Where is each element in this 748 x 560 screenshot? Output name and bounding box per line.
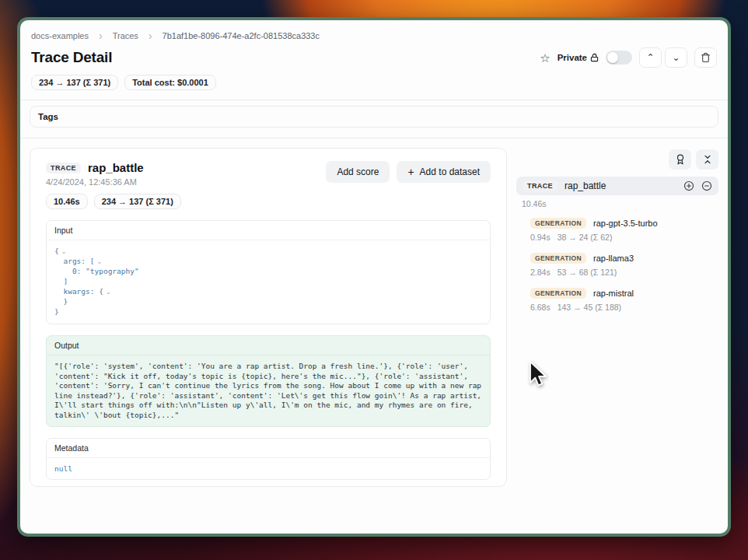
trace-name: rap_battle — [88, 161, 144, 174]
public-toggle[interactable] — [606, 51, 632, 65]
input-section: Input {⌄ args: [⌄ 0: "typography" ] kwar… — [46, 220, 491, 324]
input-section-label: Input — [47, 221, 490, 240]
tags-section[interactable]: Tags — [30, 106, 718, 128]
json-line: } — [54, 297, 482, 307]
tree-row-generation[interactable]: GENERATION rap-mistral 6.68s 143 → 45 (Σ… — [530, 288, 718, 312]
json-line: 0: "typography" — [54, 267, 482, 277]
metadata-section: Metadata null — [46, 438, 491, 480]
generation-tokens: 38 → 24 (Σ 62) — [558, 233, 613, 242]
generation-name: rap-llama3 — [593, 254, 634, 263]
json-text: } — [54, 297, 68, 306]
json-line: ] — [54, 277, 482, 287]
tree-row-trace[interactable]: TRACE rap_battle — [516, 177, 718, 195]
visibility-label: Private — [558, 53, 587, 62]
next-trace-button[interactable]: ⌄ — [665, 47, 687, 68]
generation-type-badge: GENERATION — [530, 218, 586, 229]
view-scores-button[interactable] — [669, 149, 691, 170]
breadcrumb-project[interactable]: docs-examples — [31, 31, 89, 40]
generation-type-badge: GENERATION — [530, 288, 586, 299]
generation-name: rap-gpt-3.5-turbo — [593, 219, 658, 228]
json-line: {⌄ — [54, 247, 482, 257]
output-section-label: Output — [47, 336, 490, 355]
mouse-cursor — [527, 360, 549, 393]
tree-trace-type-badge: TRACE — [523, 180, 558, 191]
tree-row-generation[interactable]: GENERATION rap-llama3 2.84s 53 → 68 (Σ 1… — [530, 253, 718, 277]
breadcrumb-traces[interactable]: Traces — [113, 31, 138, 40]
tags-divider — [20, 138, 728, 138]
generation-latency: 0.94s — [530, 233, 551, 242]
add-to-dataset-label: Add to dataset — [420, 166, 480, 177]
award-icon — [675, 154, 686, 165]
json-line: kwargs: {⌄ — [54, 287, 482, 297]
json-text: kwargs: { — [54, 287, 103, 296]
app-window: docs-examples › Traces › 7b1af1be-8096-4… — [17, 17, 731, 537]
delete-trace-button[interactable] — [694, 47, 717, 68]
breadcrumb: docs-examples › Traces › 7b1af1be-8096-4… — [28, 30, 720, 40]
chevron-down-icon: ⌄ — [672, 52, 680, 63]
trace-detail-card: TRACE rap_battle 4/24/2024, 12:45:36 AM … — [30, 148, 507, 487]
observation-tree: TRACE rap_battle 10.46s GENERATION — [516, 148, 718, 487]
generation-name: rap-mistral — [593, 289, 634, 298]
toggle-knob — [607, 52, 618, 63]
collapse-caret-icon[interactable]: ⌄ — [61, 248, 67, 255]
star-icon[interactable]: ☆ — [540, 52, 550, 64]
collapse-caret-icon[interactable]: ⌄ — [96, 258, 102, 265]
chevrons-collapse-icon — [702, 154, 713, 165]
add-to-dataset-button[interactable]: + Add to dataset — [397, 161, 491, 183]
expand-all-icon[interactable] — [683, 180, 694, 191]
lock-icon — [590, 53, 599, 62]
metadata-section-label: Metadata — [47, 439, 490, 458]
collapse-caret-icon[interactable]: ⌄ — [106, 289, 111, 296]
collapse-level-icon[interactable] — [701, 180, 712, 191]
add-score-label: Add score — [337, 166, 379, 177]
trash-icon — [701, 52, 711, 63]
input-json-viewer: {⌄ args: [⌄ 0: "typography" ] kwargs: {⌄… — [47, 240, 490, 324]
tags-label: Tags — [38, 112, 58, 121]
collapse-all-button[interactable] — [696, 149, 718, 170]
desktop: { "colors": { "window_border": "#3a6b54"… — [0, 0, 748, 560]
json-text: 0: "typography" — [54, 267, 139, 275]
json-line: } — [54, 307, 482, 317]
output-text: "[{'role': 'system', 'content': 'You are… — [47, 355, 490, 426]
add-score-button[interactable]: Add score — [326, 161, 390, 183]
visibility-control[interactable]: Private — [558, 53, 599, 62]
total-cost-badge: Total cost: $0.0001 — [124, 75, 216, 90]
json-text: } — [54, 307, 59, 316]
tree-trace-name: rap_battle — [564, 180, 606, 191]
chevron-right-icon: › — [149, 32, 152, 40]
output-section: Output "[{'role': 'system', 'content': '… — [46, 335, 491, 427]
chevron-right-icon: › — [99, 32, 103, 40]
metadata-value: null — [47, 458, 490, 479]
generation-latency: 2.84s — [530, 268, 551, 277]
previous-trace-button[interactable]: ⌃ — [639, 47, 662, 68]
json-line: args: [⌄ — [54, 257, 482, 267]
trace-timestamp: 4/24/2024, 12:45:36 AM — [46, 177, 181, 187]
header-divider — [20, 100, 728, 100]
generation-type-badge: GENERATION — [530, 253, 586, 264]
json-text: { — [54, 247, 59, 255]
page-title: Trace Detail — [31, 49, 112, 66]
plus-icon: + — [407, 166, 414, 177]
trace-type-badge: TRACE — [46, 163, 81, 173]
generation-tokens: 53 → 68 (Σ 121) — [558, 268, 617, 277]
json-text: ] — [54, 277, 68, 285]
latency-badge: 10.46s — [46, 194, 88, 209]
tree-trace-latency: 10.46s — [522, 199, 718, 208]
tree-row-generation[interactable]: GENERATION rap-gpt-3.5-turbo 0.94s 38 → … — [530, 218, 718, 242]
generation-latency: 6.68s — [530, 303, 551, 312]
tokens-badge: 234 → 137 (Σ 371) — [94, 194, 181, 209]
json-text: args: [ — [54, 257, 94, 265]
breadcrumb-trace-id[interactable]: 7b1af1be-8096-474e-a2fc-081538ca333c — [163, 31, 320, 40]
chevron-up-icon: ⌃ — [646, 52, 654, 63]
generation-tokens: 143 → 45 (Σ 188) — [558, 303, 621, 312]
trace-tokens-badge: 234 → 137 (Σ 371) — [31, 75, 118, 90]
